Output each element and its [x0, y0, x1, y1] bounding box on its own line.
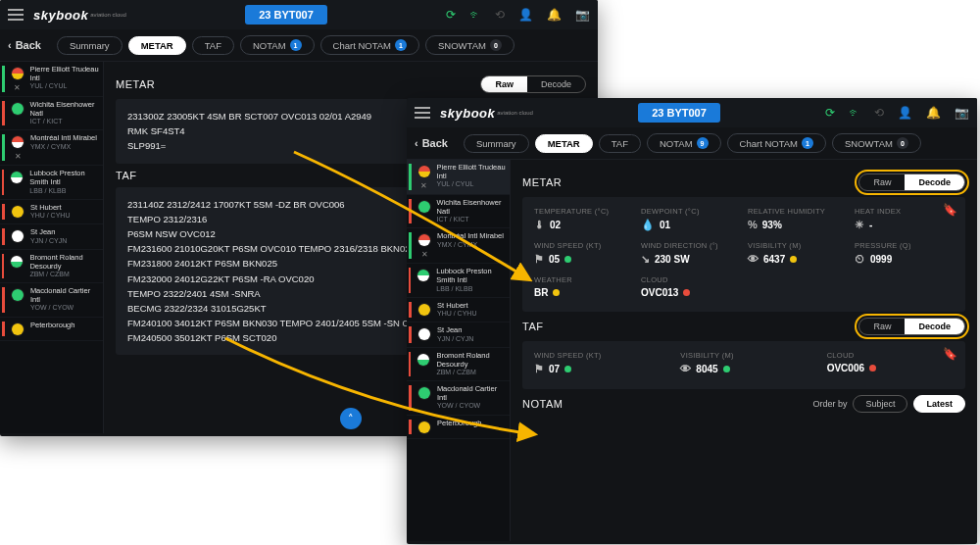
tab-metar[interactable]: METAR	[535, 134, 593, 153]
airport-sidebar[interactable]: ✕Pierre Elliott Trudeau IntlYUL / CYULWi…	[0, 62, 104, 433]
raw-decode-toggle[interactable]: Raw Decode	[858, 318, 965, 335]
toggle-decode[interactable]: Decode	[905, 174, 964, 190]
airport-name: Montréal Intl Mirabel	[437, 232, 504, 241]
topbar-icons: ⟳ ᯤ ⟲ 👤 🔔 📷	[446, 8, 590, 22]
flight-code-pill[interactable]: 23 BYT007	[245, 5, 327, 25]
metric-value: OVC006	[827, 363, 954, 373]
sync-icon[interactable]: ⟳	[446, 8, 456, 22]
airport-sidebar[interactable]: ✕Pierre Elliott Trudeau IntlYUL / CYULWi…	[407, 160, 511, 541]
order-latest[interactable]: Latest	[913, 395, 965, 413]
brand-sub: aviation cloud	[90, 12, 126, 18]
airport-name: Macdonald Cartier Intl	[437, 385, 506, 402]
airport-row[interactable]: Lubbock Preston Smith IntlLBB / KLBB	[407, 264, 510, 297]
airport-row[interactable]: St HubertYHU / CYHU	[0, 200, 103, 225]
airport-row[interactable]: Peterborough	[0, 318, 103, 341]
tab-notam[interactable]: NOTAM1	[240, 35, 315, 55]
airport-row[interactable]: ✕Pierre Elliott Trudeau IntlYUL / CYUL	[0, 62, 103, 97]
metric-cell: CLOUDOVC006	[827, 351, 954, 375]
flight-code-pill[interactable]: 23 BYT007	[638, 103, 720, 123]
airport-row[interactable]: Wichita Eisenhower NatlICT / KICT	[0, 97, 103, 130]
back-button[interactable]: ‹Back	[415, 137, 448, 149]
airport-name: Pierre Elliott Trudeau Intl	[30, 66, 99, 82]
raw-decode-toggle[interactable]: Raw Decode	[480, 75, 586, 93]
tab-notam[interactable]: NOTAM9	[647, 133, 721, 153]
metric-cell: WIND DIRECTION (°)↘230 SW	[641, 241, 740, 266]
tab-summary[interactable]: Summary	[464, 134, 529, 153]
airport-codes: YHU / CYHU	[30, 212, 70, 220]
metric-icon: ⏲	[855, 253, 865, 265]
metric-label: WIND SPEED (KT)	[534, 351, 661, 360]
toggle-raw[interactable]: Raw	[481, 76, 527, 92]
airport-row[interactable]: St JeanYJN / CYJN	[0, 224, 103, 250]
metric-cell: TEMPERATURE (°C)🌡02	[534, 207, 633, 231]
airport-name: Bromont Roland Desourdy	[436, 352, 506, 369]
toggle-decode[interactable]: Decode	[527, 76, 585, 92]
tab-row: ‹Back Summary METAR TAF NOTAM1 Chart NOT…	[0, 29, 598, 62]
tab-taf[interactable]: TAF	[192, 36, 234, 55]
airport-row[interactable]: Bromont Roland DesourdyZBM / CZBM	[407, 348, 510, 381]
status-icon	[416, 269, 430, 282]
airport-codes: YOW / CYOW	[30, 304, 99, 312]
airport-row[interactable]: Macdonald Cartier IntlYOW / CYOW	[407, 381, 510, 415]
user-icon[interactable]: 👤	[518, 8, 533, 22]
airport-row[interactable]: ✕Montréal Intl MirabelYMX / CYMX	[0, 130, 103, 166]
chevron-left-icon: ‹	[8, 39, 12, 51]
airport-name: Montréal Intl Mirabel	[30, 134, 97, 143]
user-icon[interactable]: 👤	[898, 106, 912, 120]
camera-icon[interactable]: 📷	[575, 8, 590, 22]
toggle-decode[interactable]: Decode	[905, 319, 964, 334]
airport-row[interactable]: Wichita Eisenhower NatlICT / KICT	[407, 195, 510, 228]
camera-icon[interactable]: 📷	[955, 106, 969, 120]
airport-row[interactable]: St JeanYJN / CYJN	[407, 322, 510, 348]
scroll-up-fab[interactable]: ˄	[340, 408, 362, 429]
airport-row[interactable]: Bromont Roland DesourdyZBM / CZBM	[0, 250, 103, 283]
badge: 1	[395, 39, 407, 51]
raw-decode-toggle[interactable]: Raw Decode	[858, 173, 965, 191]
metric-cell: RELATIVE HUMIDITY%93%	[748, 207, 847, 231]
metric-cell: CLOUDOVC013	[641, 275, 740, 298]
tab-metar[interactable]: METAR	[128, 36, 186, 55]
airport-name: Wichita Eisenhower Natl	[437, 199, 506, 216]
metar-decoded-card: 🔖 TEMPERATURE (°C)🌡02DEWPOINT (°C)💧01REL…	[522, 197, 965, 312]
bookmark-icon[interactable]: 🔖	[943, 203, 957, 217]
tab-summary[interactable]: Summary	[57, 36, 122, 55]
airport-name: Lubbock Preston Smith Intl	[29, 170, 99, 186]
airport-row[interactable]: St HubertYHU / CYHU	[407, 298, 510, 323]
status-icon	[11, 322, 24, 336]
tab-chart-notam[interactable]: Chart NOTAM1	[727, 133, 826, 153]
airport-row[interactable]: ✕Montréal Intl MirabelYMX / CYMX	[407, 228, 510, 264]
bell-icon[interactable]: 🔔	[547, 8, 562, 22]
airport-row[interactable]: Macdonald Cartier IntlYOW / CYOW	[0, 283, 103, 317]
brand-sub: aviation cloud	[497, 110, 533, 116]
airport-row[interactable]: Lubbock Preston Smith IntlLBB / KLBB	[0, 166, 103, 199]
airport-name: Peterborough	[30, 322, 74, 330]
section-title-taf: TAF	[522, 321, 543, 332]
tab-chart-notam[interactable]: Chart NOTAM1	[320, 35, 419, 55]
metric-icon: 👁	[748, 253, 759, 265]
metric-value: 👁8045	[680, 363, 807, 374]
metric-value: BR	[534, 287, 633, 298]
airport-row[interactable]: Peterborough	[407, 416, 510, 439]
status-icon	[10, 255, 24, 269]
tab-taf[interactable]: TAF	[599, 134, 641, 153]
refresh-icon[interactable]: ⟲	[495, 8, 505, 22]
bell-icon[interactable]: 🔔	[926, 106, 941, 120]
toggle-raw[interactable]: Raw	[859, 319, 905, 334]
airport-row[interactable]: ✕Pierre Elliott Trudeau IntlYUL / CYUL	[407, 160, 510, 195]
tab-snowtam[interactable]: SNOWTAM0	[425, 35, 514, 55]
back-button[interactable]: ‹Back	[8, 39, 41, 51]
toggle-raw[interactable]: Raw	[859, 174, 905, 190]
order-subject[interactable]: Subject	[853, 395, 907, 413]
hamburger-icon[interactable]	[415, 107, 430, 119]
section-title-metar: METAR	[522, 176, 562, 188]
sync-icon[interactable]: ⟳	[825, 106, 835, 120]
refresh-icon[interactable]: ⟲	[874, 106, 884, 120]
hamburger-icon[interactable]	[8, 9, 24, 21]
metric-value: 👁6437	[748, 253, 847, 265]
metric-icon: ⚑	[534, 253, 544, 266]
airport-codes: YMX / CYMX	[30, 143, 97, 151]
airport-codes: YUL / CYUL	[437, 180, 506, 188]
airport-codes: YOW / CYOW	[437, 402, 506, 410]
bookmark-icon[interactable]: 🔖	[943, 347, 957, 361]
tab-snowtam[interactable]: SNOWTAM0	[832, 133, 921, 153]
